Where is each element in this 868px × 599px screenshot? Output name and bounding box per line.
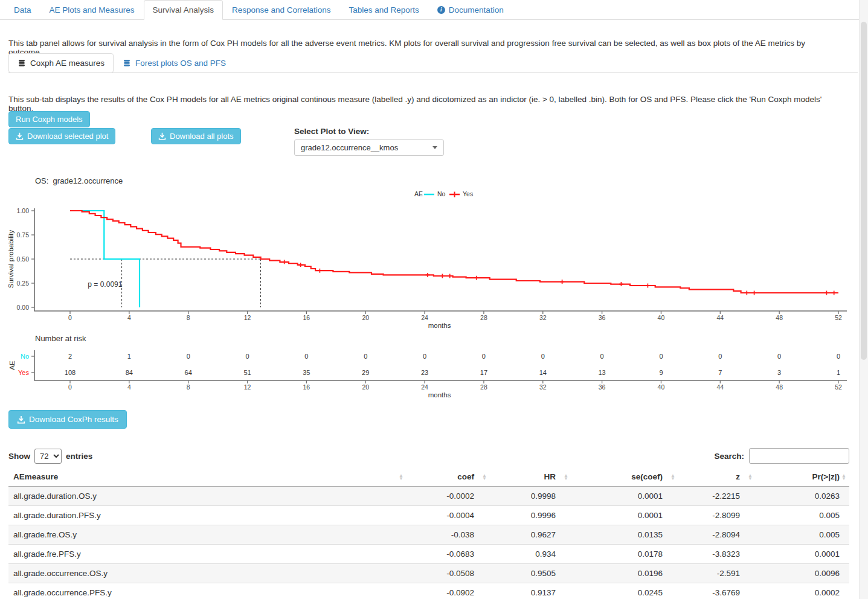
- svg-text:Yes: Yes: [463, 190, 473, 197]
- col-z[interactable]: z▲▼: [678, 467, 756, 487]
- search-box: Search:: [714, 448, 849, 464]
- scrollbar-thumb[interactable]: [861, 22, 867, 360]
- subtab-forest-plots-os-pfs[interactable]: Forest plots OS and PFS: [114, 53, 235, 73]
- value-cell: 0.9137: [490, 583, 571, 599]
- svg-text:24: 24: [421, 314, 428, 321]
- svg-text:32: 32: [539, 314, 547, 321]
- svg-text:44: 44: [716, 383, 724, 391]
- download-all-plots-button[interactable]: Download all plots: [151, 128, 241, 144]
- button-label: Download CoxPh results: [29, 415, 118, 424]
- entries-select[interactable]: 72: [34, 449, 62, 464]
- svg-text:0.50: 0.50: [17, 255, 30, 263]
- svg-text:16: 16: [303, 314, 310, 321]
- svg-text:0: 0: [777, 353, 781, 360]
- download-coxph-results-button[interactable]: Download CoxPh results: [8, 410, 127, 429]
- tab-ae-plots-and-measures[interactable]: AE Plots and Measures: [40, 0, 144, 20]
- col-label: HR: [544, 472, 556, 481]
- subtab-label: Coxph AE measures: [30, 59, 104, 68]
- tab-label: Documentation: [449, 5, 504, 14]
- svg-text:months: months: [428, 391, 451, 399]
- search-input[interactable]: [749, 448, 849, 464]
- value-cell: 0.0263: [756, 487, 849, 506]
- svg-text:0.75: 0.75: [17, 231, 30, 239]
- value-cell: -3.8323: [678, 545, 756, 564]
- svg-text:0: 0: [68, 314, 72, 321]
- sort-icon: ▲▼: [748, 473, 753, 480]
- value-cell: -2.2215: [678, 487, 756, 506]
- svg-text:No: No: [21, 353, 29, 360]
- svg-text:AE: AE: [8, 360, 16, 370]
- svg-text:32: 32: [539, 383, 547, 391]
- value-cell: 0.0002: [756, 583, 849, 599]
- svg-text:0: 0: [837, 353, 840, 360]
- search-label: Search:: [714, 452, 744, 461]
- value-cell: 0.0178: [571, 545, 678, 564]
- svg-text:64: 64: [185, 369, 192, 376]
- risk-table-title: Number at risk: [35, 334, 86, 343]
- value-cell: 0.0245: [571, 583, 678, 599]
- table-row: all.grade.occurrence.OS.y-0.05080.95050.…: [8, 564, 849, 583]
- svg-text:3: 3: [777, 369, 781, 376]
- coxph-results-table: AEmeasure▲▼ coef▲▼ HR▲▼ se(coef)▲▼ z▲▼ P…: [8, 467, 849, 599]
- svg-text:4: 4: [127, 383, 131, 391]
- svg-text:AE: AE: [414, 190, 423, 197]
- value-cell: -2.8099: [678, 506, 756, 525]
- button-label: Download selected plot: [27, 132, 108, 141]
- svg-text:0: 0: [423, 353, 426, 360]
- svg-text:0: 0: [482, 353, 486, 360]
- tab-documentation[interactable]: i Documentation: [428, 0, 513, 20]
- value-cell: -0.0508: [407, 564, 490, 583]
- aemeasure-cell: all.grade.fre.PFS.y: [8, 545, 407, 564]
- tab-data[interactable]: Data: [5, 0, 40, 20]
- chevron-down-icon: [432, 146, 437, 149]
- svg-text:0: 0: [364, 353, 367, 360]
- download-selected-plot-button[interactable]: Download selected plot: [8, 128, 115, 144]
- scrollbar-track[interactable]: [859, 0, 868, 599]
- svg-text:51: 51: [243, 369, 251, 376]
- col-coef[interactable]: coef▲▼: [407, 467, 490, 487]
- svg-text:48: 48: [776, 383, 783, 391]
- aemeasure-cell: all.grade.occurrence.OS.y: [8, 564, 407, 583]
- database-icon: [18, 59, 26, 67]
- svg-text:1.00: 1.00: [17, 207, 30, 214]
- svg-text:84: 84: [126, 369, 133, 376]
- col-pr-z[interactable]: Pr(>|z|)▲▼: [756, 467, 849, 487]
- svg-text:13: 13: [598, 369, 605, 376]
- value-cell: 0.0135: [571, 525, 678, 545]
- button-label: Run Coxph models: [16, 115, 83, 124]
- tab-tables-and-reports[interactable]: Tables and Reports: [340, 0, 428, 20]
- tab-survival-analysis[interactable]: Survival Analysis: [144, 0, 223, 20]
- svg-text:28: 28: [480, 314, 487, 321]
- svg-text:0: 0: [187, 353, 190, 360]
- col-aemeasure[interactable]: AEmeasure▲▼: [8, 467, 407, 487]
- sort-icon: ▲▼: [482, 473, 487, 480]
- svg-text:12: 12: [244, 383, 251, 391]
- col-secoef[interactable]: se(coef)▲▼: [571, 467, 678, 487]
- svg-text:0: 0: [718, 353, 722, 360]
- subtab-coxph-ae-measures[interactable]: Coxph AE measures: [8, 53, 114, 73]
- run-coxph-models-button[interactable]: Run Coxph models: [8, 111, 90, 127]
- table-header-row: AEmeasure▲▼ coef▲▼ HR▲▼ se(coef)▲▼ z▲▼ P…: [8, 467, 849, 487]
- value-cell: 0.934: [490, 545, 571, 564]
- database-icon: [123, 59, 131, 67]
- svg-text:0.25: 0.25: [17, 280, 30, 287]
- value-cell: 0.0196: [571, 564, 678, 583]
- svg-text:1: 1: [837, 369, 840, 376]
- sort-icon: ▲▼: [670, 473, 675, 480]
- show-label: Show: [8, 452, 30, 461]
- svg-text:14: 14: [539, 369, 547, 376]
- plot-select-dropdown[interactable]: grade12.occurrence__kmos: [294, 139, 444, 156]
- svg-text:2: 2: [68, 353, 72, 360]
- value-cell: -0.0683: [407, 545, 490, 564]
- table-controls: Show 72 entries Search:: [8, 448, 849, 464]
- svg-text:16: 16: [303, 383, 310, 391]
- tab-response-and-correlations[interactable]: Response and Correlations: [223, 0, 340, 20]
- svg-text:17: 17: [480, 369, 487, 376]
- value-cell: 0.005: [756, 525, 849, 545]
- download-icon: [16, 132, 24, 140]
- col-hr[interactable]: HR▲▼: [490, 467, 571, 487]
- sort-icon: ▲▼: [564, 473, 568, 480]
- svg-text:0: 0: [245, 353, 249, 360]
- value-cell: -0.0004: [407, 506, 490, 525]
- svg-text:0: 0: [541, 353, 545, 360]
